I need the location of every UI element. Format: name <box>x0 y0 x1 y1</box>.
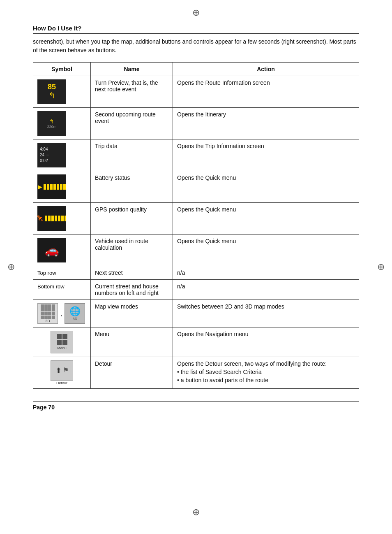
table-row: 2D , 🌐 3D Map view modes Switches betwee… <box>33 300 359 327</box>
symbol-cell-toprow: Top row <box>33 266 91 280</box>
page-heading: How Do I Use It? <box>33 25 359 34</box>
gps-bars <box>45 216 67 221</box>
turn-preview-symbol: 85 ↰ <box>37 79 66 104</box>
name-cell-vehicle: Vehicle used in route calculation <box>91 234 173 266</box>
page-footer: Page 70 <box>33 401 359 411</box>
name-cell-bottomrow: Current street and house numbers on left… <box>91 280 173 300</box>
action-cell-battery: Opens the Quick menu <box>173 171 359 203</box>
top-row-label: Top row <box>37 270 56 276</box>
detour-flag-icon: ⚑ <box>63 366 69 375</box>
battery-symbol: ▶ <box>37 174 66 199</box>
battery-arrow-icon: ▶ <box>38 183 42 190</box>
detour-arrow-icon: ⬆ <box>55 366 62 375</box>
action-cell-tripdata: Opens the Trip Information screen <box>173 139 359 171</box>
action-cell-detour: Opens the Detour screen, two ways of mod… <box>173 357 359 389</box>
col-header-action: Action <box>173 63 359 76</box>
detour-action-bullet1: • the list of Saved Search Criteria <box>177 369 355 375</box>
table-row: ▶ Battery status Opens the Quick <box>33 171 359 203</box>
table-row: 4:04 24 ··· 0:02 Trip data Opens the Tri… <box>33 139 359 171</box>
2d-button-symbol: 2D <box>37 303 58 324</box>
col-header-symbol: Symbol <box>33 63 91 76</box>
3d-button-symbol: 🌐 3D <box>65 303 85 324</box>
detour-button-symbol: ⬆ ⚑ <box>51 360 73 381</box>
action-cell-mapview: Switches between 2D and 3D map modes <box>173 300 359 327</box>
symbol-cell-220m: ↰ 220m <box>33 108 91 139</box>
vehicle-symbol: 🚗 <box>37 238 66 262</box>
action-cell-220m: Opens the Itinerary <box>173 108 359 139</box>
trip-data-symbol: 4:04 24 ··· 0:02 <box>37 143 66 167</box>
table-row: 85 ↰ Turn Preview, that is, the next rou… <box>33 76 359 108</box>
symbol-cell-vehicle: 🚗 <box>33 234 91 266</box>
car-icon: 🚗 <box>45 244 59 257</box>
symbol-cell-detour: ⬆ ⚑ Detour <box>33 357 91 389</box>
action-cell-bottomrow: n/a <box>173 280 359 300</box>
symbols-table: Symbol Name Action 85 ↰ Turn Preview, th… <box>33 62 359 389</box>
table-row: Bottom row Current street and house numb… <box>33 280 359 300</box>
intro-text: screenshot), but when you tap the map, a… <box>33 37 359 55</box>
battery-bars <box>44 184 66 190</box>
satellite-icon: 🛰 <box>37 215 44 222</box>
table-row: Menu Menu Opens the Navigation menu <box>33 327 359 357</box>
bottom-row-label: Bottom row <box>37 283 65 290</box>
menu-button-symbol: Menu <box>51 331 73 353</box>
symbol-cell-tripdata: 4:04 24 ··· 0:02 <box>33 139 91 171</box>
name-cell-220m: Second upcoming route event <box>91 108 173 139</box>
gps-symbol: 🛰 <box>37 206 66 231</box>
menu-symbol: Menu <box>37 331 86 353</box>
col-header-name: Name <box>91 63 173 76</box>
name-cell-battery: Battery status <box>91 171 173 203</box>
detour-action-bullet2: • a button to avoid parts of the route <box>177 377 355 383</box>
action-cell-menu: Opens the Navigation menu <box>173 327 359 357</box>
table-row: 🚗 Vehicle used in route calculation Open… <box>33 234 359 266</box>
table-row: ↰ 220m Second upcoming route event Opens… <box>33 108 359 139</box>
symbol-cell-mapview: 2D , 🌐 3D <box>33 300 91 327</box>
symbol-cell-gps: 🛰 <box>33 203 91 234</box>
name-cell-tripdata: Trip data <box>91 139 173 171</box>
name-cell-mapview: Map view modes <box>91 300 173 327</box>
second-route-symbol: ↰ 220m <box>37 111 66 136</box>
table-row: Top row Next street n/a <box>33 266 359 280</box>
table-row: ⬆ ⚑ Detour Detour Opens the Detour scree… <box>33 357 359 389</box>
detour-symbol: ⬆ ⚑ Detour <box>37 360 86 385</box>
name-cell-toprow: Next street <box>91 266 173 280</box>
table-row: 🛰 GPS position quality Opens the <box>33 203 359 234</box>
name-cell-menu: Menu <box>91 327 173 357</box>
action-cell-vehicle: Opens the Quick menu <box>173 234 359 266</box>
globe-icon: 🌐 <box>69 306 81 317</box>
mapview-symbol: 2D , 🌐 3D <box>37 303 86 324</box>
symbol-cell-bottomrow: Bottom row <box>33 280 91 300</box>
action-cell-turn-preview: Opens the Route Information screen <box>173 76 359 108</box>
name-cell-turn-preview: Turn Preview, that is, the next route ev… <box>91 76 173 108</box>
action-cell-gps: Opens the Quick menu <box>173 203 359 234</box>
symbol-cell-turn-preview: 85 ↰ <box>33 76 91 108</box>
detour-action-main: Opens the Detour screen, two ways of mod… <box>177 360 327 367</box>
name-cell-detour: Detour <box>91 357 173 389</box>
action-cell-toprow: n/a <box>173 266 359 280</box>
symbol-cell-menu: Menu <box>33 327 91 357</box>
symbol-cell-battery: ▶ <box>33 171 91 203</box>
name-cell-gps: GPS position quality <box>91 203 173 234</box>
crosshair-bottom-icon: ⊕ <box>192 507 200 518</box>
